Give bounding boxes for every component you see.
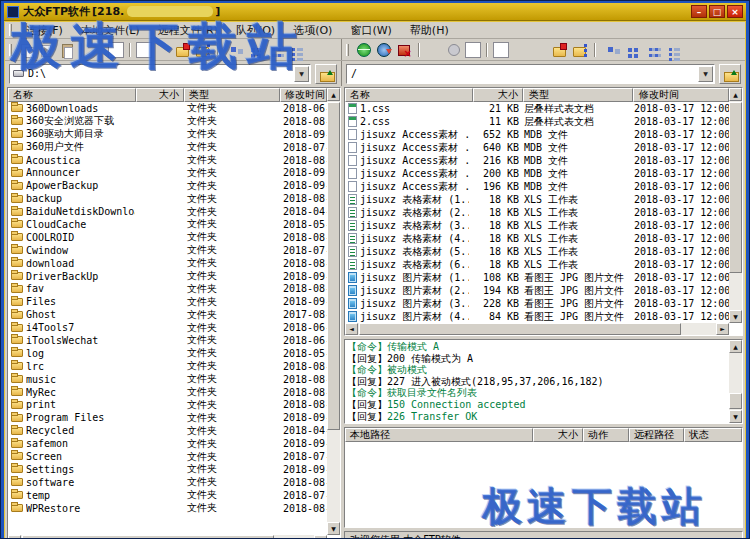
scroll-track[interactable] [21, 535, 314, 539]
remote-file-row[interactable]: jisuxz Access素材 ...640 KBMDB 文件2018-03-1… [345, 141, 729, 154]
menu-grip[interactable] [9, 24, 12, 36]
view-list-icon[interactable] [641, 41, 659, 59]
rename-icon[interactable] [136, 42, 152, 58]
local-file-row[interactable]: Acoustica文件夹2018-08- [8, 154, 327, 167]
scroll-right-icon[interactable]: ► [716, 323, 729, 335]
menu-options[interactable]: 选项(O) [284, 22, 341, 39]
view-tiles-icon[interactable] [244, 41, 262, 59]
local-file-row[interactable]: temp文件夹2018-07- [8, 489, 327, 502]
column-header-2[interactable]: 大小 [136, 88, 184, 102]
column-header-1[interactable]: 名称 [345, 88, 473, 102]
menu-help[interactable]: 帮助(H) [401, 22, 458, 39]
delete-icon[interactable] [154, 41, 172, 59]
remote-file-row[interactable]: jisuxz 表格素材 (5...18 KBXLS 工作表2018-03-17 … [345, 245, 729, 258]
remote-file-row[interactable]: jisuxz 表格素材 (1...18 KBXLS 工作表2018-03-17 … [345, 193, 729, 206]
local-file-row[interactable]: download文件夹2018-08- [8, 257, 327, 270]
view-details-icon[interactable] [661, 41, 679, 59]
local-file-row[interactable]: 360用户文件文件夹2018-07- [8, 141, 327, 154]
local-file-row[interactable]: DriverBackUp文件夹2018-09- [8, 270, 327, 283]
local-path-dropdown-icon[interactable]: ▼ [294, 66, 309, 82]
remote-file-row[interactable]: jisuxz Access素材 ...196 KBMDB 文件2018-03-1… [345, 180, 729, 193]
local-file-row[interactable]: 360安全浏览器下载文件夹2018-08- [8, 115, 327, 128]
local-vertical-scrollbar[interactable]: ▲ ▼ [327, 88, 340, 535]
remote-file-row[interactable]: jisuxz Access素材 ...652 KBMDB 文件2018-03-1… [345, 128, 729, 141]
column-header-4[interactable]: 修改时间 [280, 88, 327, 102]
local-horizontal-scrollbar[interactable]: ◄ ► [8, 535, 327, 539]
local-path-combo[interactable]: D:\ ▼ [9, 64, 311, 84]
column-header-5[interactable]: 状态 [684, 428, 742, 442]
local-file-row[interactable]: Announcer文件夹2018-09- [8, 166, 327, 179]
toolbar-grip[interactable] [9, 44, 12, 56]
move-icon[interactable] [38, 41, 56, 59]
menu-window[interactable]: 窗口(W) [341, 22, 400, 39]
upload-icon[interactable] [531, 41, 549, 59]
column-header-4[interactable]: 远程路径 [629, 428, 684, 442]
local-file-row[interactable]: 360驱动大师目录文件夹2018-09- [8, 128, 327, 141]
scroll-left-icon[interactable]: ◄ [8, 535, 21, 539]
remote-path-value[interactable]: / [347, 68, 698, 79]
refresh-icon[interactable] [465, 42, 481, 58]
remote-file-row[interactable]: jisuxz Access素材 ...216 KBMDB 文件2018-03-1… [345, 154, 729, 167]
connect-icon[interactable] [355, 41, 373, 59]
local-file-row[interactable]: Recycled文件夹2018-04- [8, 424, 327, 437]
scroll-thumb[interactable] [327, 102, 340, 430]
local-file-row[interactable]: 360Downloads文件夹2018-06- [8, 102, 327, 115]
local-file-row[interactable]: Cwindow文件夹2018-07- [8, 244, 327, 257]
column-header-2[interactable]: 大小 [533, 428, 583, 442]
menu-local-files[interactable]: 本地文件(L) [72, 22, 149, 39]
scroll-down-icon[interactable]: ▼ [729, 310, 742, 323]
view-details-icon[interactable] [284, 41, 302, 59]
column-header-3[interactable]: 类型 [523, 88, 633, 102]
transfer-icon[interactable] [88, 41, 106, 59]
delete-icon[interactable] [511, 41, 529, 59]
local-up-directory-button[interactable] [315, 64, 337, 84]
remote-file-row[interactable]: 2.css11 KB层叠样式表文档2018-03-17 12:00 [345, 115, 729, 128]
local-file-row[interactable]: WPRestore文件夹2018-08- [8, 502, 327, 515]
menu-queue[interactable]: 队列(Q) [227, 22, 284, 39]
view-large-icon[interactable] [224, 41, 242, 59]
new-folder-icon[interactable] [551, 41, 569, 59]
scroll-left-icon[interactable]: ◄ [345, 323, 358, 335]
scroll-thumb[interactable] [729, 393, 742, 409]
menu-connect[interactable]: 连接(F) [17, 22, 72, 39]
folder-tree-icon[interactable] [194, 41, 212, 59]
scroll-right-icon[interactable]: ► [314, 535, 327, 539]
view-list-icon[interactable] [264, 41, 282, 59]
remote-file-row[interactable]: jisuxz 图片素材 (2...194 KB看图王 JPG 图片文件2018-… [345, 284, 729, 297]
local-file-row[interactable]: iToolsWechat文件夹2018-06- [8, 334, 327, 347]
scroll-thumb[interactable] [359, 323, 681, 335]
log-vertical-scrollbar[interactable]: ▲ ▼ [729, 340, 742, 423]
local-path-value[interactable]: D:\ [24, 68, 294, 79]
column-header-3[interactable]: 类型 [184, 88, 280, 102]
remote-file-row[interactable]: jisuxz 图片素材 (4...84 KB看图王 JPG 图片文件2018-0… [345, 310, 729, 323]
minimize-button[interactable]: – [691, 5, 707, 18]
reconnect-icon[interactable] [375, 41, 393, 59]
local-file-row[interactable]: Files文件夹2018-09- [8, 295, 327, 308]
new-folder-icon[interactable] [174, 41, 192, 59]
rename-icon[interactable] [493, 42, 509, 58]
column-header-3[interactable]: 动作 [583, 428, 629, 442]
local-file-row[interactable]: print文件夹2018-08- [8, 398, 327, 411]
column-header-1[interactable]: 名称 [8, 88, 136, 102]
local-file-row[interactable]: Ghost文件夹2017-08- [8, 308, 327, 321]
remote-file-row[interactable]: jisuxz 图片素材 (3...228 KB看图王 JPG 图片文件2018-… [345, 297, 729, 310]
remote-horizontal-scrollbar[interactable]: ◄ ► [345, 323, 729, 335]
remote-up-directory-button[interactable] [719, 64, 741, 84]
local-file-row[interactable]: music文件夹2018-08- [8, 373, 327, 386]
transfer-icon[interactable] [425, 41, 443, 59]
local-file-row[interactable]: COOLROID文件夹2018-08- [8, 231, 327, 244]
scroll-thumb[interactable] [729, 102, 742, 273]
remote-path-dropdown-icon[interactable]: ▼ [698, 66, 713, 82]
scroll-up-icon[interactable]: ▲ [729, 88, 742, 101]
scroll-up-icon[interactable]: ▲ [327, 88, 340, 101]
local-file-row[interactable]: lrc文件夹2018-08- [8, 360, 327, 373]
local-file-row[interactable]: backup文件夹2018-08- [8, 192, 327, 205]
column-header-1[interactable]: 本地路径 [345, 428, 533, 442]
scroll-up-icon[interactable]: ▲ [729, 340, 742, 353]
local-file-row[interactable]: BaiduNetdiskDownload文件夹2018-04- [8, 205, 327, 218]
close-button[interactable]: × [727, 5, 743, 18]
remote-file-row[interactable]: jisuxz 表格素材 (2...18 KBXLS 工作表2018-03-17 … [345, 206, 729, 219]
refresh-icon[interactable] [108, 42, 124, 58]
scroll-down-icon[interactable]: ▼ [327, 522, 340, 535]
column-header-4[interactable]: 修改时间 [633, 88, 729, 102]
